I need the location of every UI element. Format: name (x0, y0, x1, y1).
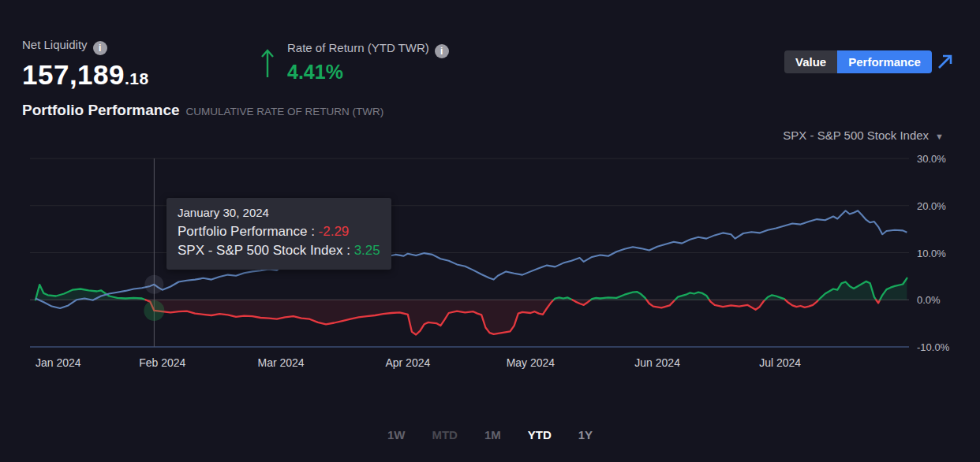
x-axis-label: Jan 2024 (36, 356, 81, 369)
portfolio-area-fill (880, 278, 907, 300)
x-axis-label: May 2024 (507, 356, 555, 369)
x-axis-label: Jul 2024 (759, 356, 801, 369)
chart-tooltip: January 30, 2024 Portfolio Performance :… (166, 198, 391, 270)
y-axis-label: 30.0% (917, 153, 946, 165)
timeframe-selector: 1W MTD 1M YTD 1Y (0, 428, 980, 442)
y-axis-label: 0.0% (917, 294, 941, 306)
portfolio-area-fill (145, 300, 554, 334)
x-axis-label: Apr 2024 (385, 356, 430, 369)
tooltip-benchmark-label: SPX - S&P 500 Stock Index : (178, 243, 354, 258)
timeframe-ytd[interactable]: YTD (528, 428, 552, 442)
x-axis-label: Jun 2024 (634, 356, 680, 369)
timeframe-1w[interactable]: 1W (387, 428, 406, 442)
y-axis-label: 10.0% (917, 248, 946, 259)
portfolio-hover-marker (144, 300, 164, 321)
x-axis-label: Feb 2024 (139, 356, 185, 369)
tooltip-portfolio-row: Portfolio Performance : -2.29 (178, 222, 380, 241)
tooltip-benchmark-row: SPX - S&P 500 Stock Index : 3.25 (178, 241, 380, 260)
y-axis-label: 20.0% (917, 200, 946, 212)
portfolio-performance-panel: Net Liquidityi 157,189.18 Rate of Return… (0, 0, 980, 462)
tooltip-benchmark-value: 3.25 (354, 243, 380, 258)
performance-chart[interactable] (0, 0, 980, 462)
tooltip-portfolio-label: Portfolio Performance : (178, 224, 319, 239)
timeframe-1m[interactable]: 1M (484, 428, 501, 442)
timeframe-mtd[interactable]: MTD (432, 428, 458, 442)
x-axis-label: Mar 2024 (258, 356, 305, 369)
timeframe-1y[interactable]: 1Y (578, 428, 593, 442)
tooltip-date: January 30, 2024 (178, 206, 380, 219)
y-axis-label: -10.0% (917, 341, 949, 353)
tooltip-portfolio-value: -2.29 (319, 224, 350, 239)
benchmark-hover-marker (144, 275, 163, 294)
